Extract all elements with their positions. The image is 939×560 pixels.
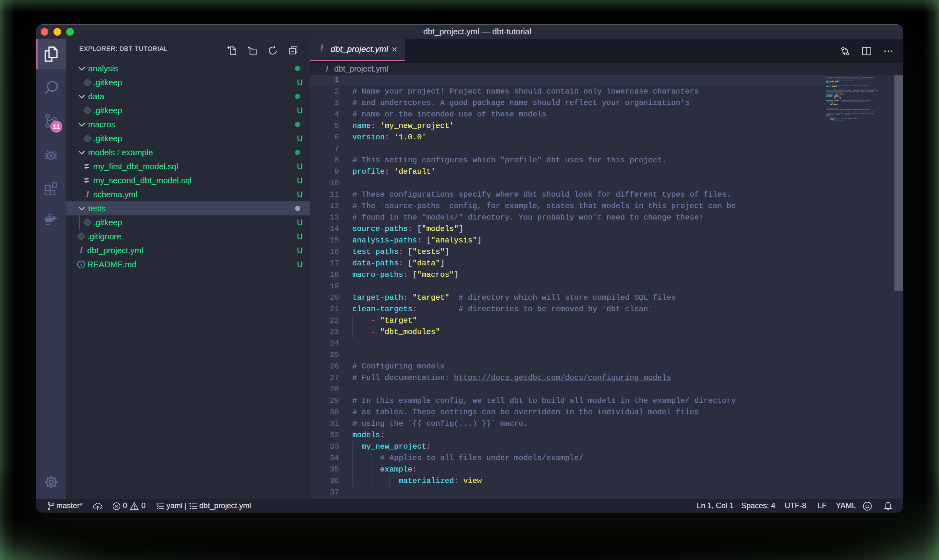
svg-text:!: ! xyxy=(86,190,89,199)
svg-text:!: ! xyxy=(80,246,82,255)
